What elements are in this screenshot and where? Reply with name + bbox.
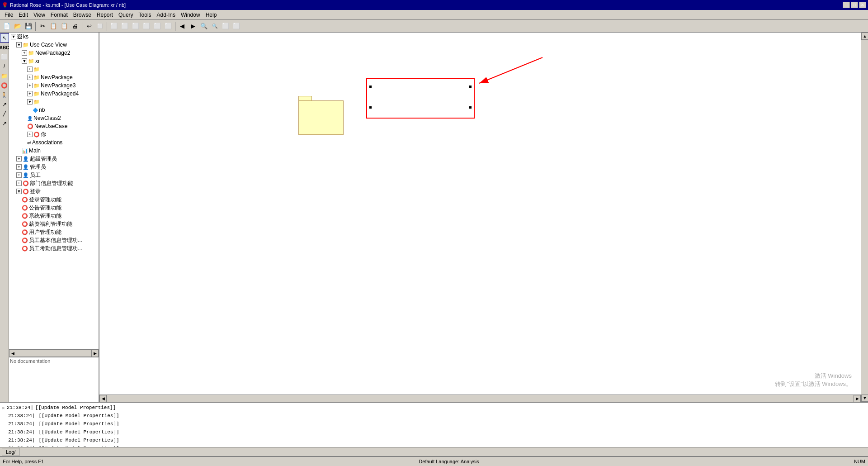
menu-view[interactable]: View — [31, 11, 48, 19]
diagram-scroll-left[interactable]: ◀ — [99, 395, 107, 402]
menu-addins[interactable]: Add-Ins — [154, 11, 178, 19]
tree-item-folder-yellow[interactable]: + 📁 — [9, 65, 99, 73]
menu-report[interactable]: Report — [94, 11, 116, 19]
tree-item-superadmin[interactable]: + 👤 超级管理员 — [9, 155, 99, 163]
svg-line-1 — [479, 57, 542, 83]
minimize-button[interactable]: _ — [843, 2, 850, 8]
tree-item-newpackage[interactable]: + 📁 NewPackage — [9, 73, 99, 81]
tree-item-newusecase[interactable]: ⭕ NewUseCase — [9, 122, 99, 130]
paste-button[interactable]: 📋 — [59, 21, 69, 31]
tree-item-admin[interactable]: + 👤 管理员 — [9, 163, 99, 171]
close-button[interactable]: ✕ — [859, 2, 866, 8]
zoom-in-button[interactable]: 🔍 — [199, 21, 209, 31]
tree-item-salary-mgmt[interactable]: ⭕ 薪资福利管理功能 — [9, 220, 99, 228]
print-button[interactable]: 🖨 — [70, 21, 80, 31]
diagram-scroll-right[interactable]: ▶ — [854, 395, 861, 402]
select-button[interactable]: ⬜ — [95, 21, 105, 31]
log-tab[interactable]: Log/ — [2, 448, 19, 456]
arrow-tool[interactable]: ↗ — [0, 100, 9, 109]
new-button[interactable]: 📄 — [2, 21, 12, 31]
expand-admin[interactable]: + — [16, 164, 22, 170]
menu-file[interactable]: File — [2, 11, 16, 19]
tree-item-login[interactable]: ▼ ⭕ 登录 — [9, 187, 99, 195]
expand-newpackaged4[interactable]: + — [27, 91, 33, 96]
save-button[interactable]: 💾 — [24, 21, 33, 31]
package-tool[interactable]: 📁 — [0, 71, 9, 81]
tree-item-dept[interactable]: + ⭕ 部门信息管理功能 — [9, 179, 99, 187]
tree-item-newclass2[interactable]: 👤 NewClass2 — [9, 114, 99, 122]
tree-item-ni[interactable]: + ⭕ 你 — [9, 130, 99, 138]
tree-scroll-right[interactable]: ▶ — [91, 350, 99, 357]
tree-item-newpackage3[interactable]: + 📁 NewPackage3 — [9, 81, 99, 90]
tree-item-staff-attend[interactable]: ⭕ 员工考勤信息管理功... — [9, 244, 99, 252]
undo-button[interactable]: ↩ — [84, 21, 94, 31]
tree-item-staff[interactable]: + 👤 员工 — [9, 171, 99, 179]
zoom-out-button[interactable]: 🔍 — [210, 21, 220, 31]
tb-btn-7[interactable]: ⬜ — [221, 21, 231, 31]
tb-btn-2[interactable]: ⬜ — [120, 21, 130, 31]
expand-folder-yellow2[interactable]: ▼ — [27, 99, 33, 105]
tree-item-login-mgmt[interactable]: ⭕ 登录管理功能 — [9, 195, 99, 204]
tree-item-main[interactable]: 📊 Main — [9, 147, 99, 155]
expand-usecaseview[interactable]: ▼ — [16, 42, 22, 48]
menu-query[interactable]: Query — [116, 11, 136, 19]
tree-item-newpackaged4[interactable]: + 📁 NewPackaged4 — [9, 90, 99, 98]
expand-newpackage[interactable]: + — [27, 75, 33, 80]
tree-item-xr[interactable]: ▼ 📁 xr — [9, 57, 99, 65]
tree-scroll-left[interactable]: ◀ — [9, 350, 16, 357]
tree-item-sys-mgmt[interactable]: ⭕ 系统管理功能 — [9, 212, 99, 220]
folder-diagram[interactable] — [298, 96, 344, 137]
expand-superadmin[interactable]: + — [16, 156, 22, 162]
expand-login[interactable]: ▼ — [16, 189, 22, 194]
maximize-button[interactable]: □ — [851, 2, 858, 8]
titlebar-controls: _ □ ✕ — [843, 2, 866, 8]
expand-ks[interactable]: ▼ — [11, 34, 16, 39]
tree-item-ks[interactable]: ▼ 🖼 ks — [9, 33, 99, 41]
tree-item-nb[interactable]: 🔷 nb — [9, 106, 99, 114]
tree-item-user-mgmt[interactable]: ⭕ 用户管理功能 — [9, 228, 99, 236]
tb-btn-1[interactable]: ⬜ — [109, 21, 119, 31]
expand-newpackage2[interactable]: + — [22, 50, 27, 56]
tb-btn-4[interactable]: ⬜ — [142, 21, 151, 31]
tree-scroll[interactable]: ▼ 🖼 ks ▼ 📁 Use Case View + 📁 NewPackage2 — [9, 33, 99, 349]
menu-tools[interactable]: Tools — [136, 11, 154, 19]
tb-btn-8[interactable]: ⬜ — [231, 21, 241, 31]
tree-item-folder-yellow2[interactable]: ▼ 📁 — [9, 98, 99, 106]
extend-tool[interactable]: ↗ — [0, 119, 9, 128]
open-button[interactable]: 📂 — [13, 21, 23, 31]
expand-xr[interactable]: ▼ — [22, 58, 27, 64]
expand-ni[interactable]: + — [27, 132, 33, 137]
select-tool[interactable]: ↖ — [0, 33, 9, 43]
tree-item-staff-info[interactable]: ⭕ 员工基本信息管理功... — [9, 236, 99, 244]
tb-btn-5[interactable]: ⬜ — [152, 21, 162, 31]
tree-item-newpackage2[interactable]: + 📁 NewPackage2 — [9, 49, 99, 57]
tree-item-notice-mgmt[interactable]: ⭕ 公告管理功能 — [9, 204, 99, 212]
menu-browse[interactable]: Browse — [71, 11, 94, 19]
menu-window[interactable]: Window — [178, 11, 203, 19]
tb-back[interactable]: ◀ — [177, 21, 187, 31]
menu-format[interactable]: Format — [48, 11, 71, 19]
diagram-area[interactable]: 激活 Windows 转到"设置"以激活 Windows。 ◀ ▶ — [99, 33, 861, 402]
tree-item-associations[interactable]: ⇌ Associations — [9, 138, 99, 147]
ellipse-tool[interactable]: ⭕ — [0, 81, 9, 90]
text-tool[interactable]: ABC — [0, 43, 9, 52]
expand-newpackage3[interactable]: + — [27, 83, 33, 88]
line-tool[interactable]: / — [0, 62, 9, 71]
copy-button[interactable]: 📋 — [48, 21, 58, 31]
menu-edit[interactable]: Edit — [16, 11, 31, 19]
vscroll-down[interactable]: ▼ — [861, 395, 868, 402]
actor-tool[interactable]: 🚶 — [0, 90, 9, 100]
cut-button[interactable]: ✂ — [38, 21, 47, 31]
expand-folder-yellow[interactable]: + — [27, 67, 33, 72]
rect-tool[interactable]: ⬜ — [0, 52, 9, 62]
expand-dept[interactable]: + — [16, 181, 22, 186]
tb-forward[interactable]: ▶ — [188, 21, 198, 31]
expand-staff[interactable]: + — [16, 172, 22, 178]
red-box[interactable] — [366, 78, 475, 119]
tb-btn-3[interactable]: ⬜ — [131, 21, 141, 31]
dependency-tool[interactable]: ╱ — [0, 109, 9, 119]
vscroll-up[interactable]: ▲ — [861, 33, 868, 40]
tree-item-usecaseview[interactable]: ▼ 📁 Use Case View — [9, 41, 99, 49]
menu-help[interactable]: Help — [203, 11, 220, 19]
tb-btn-6[interactable]: ⬜ — [163, 21, 173, 31]
